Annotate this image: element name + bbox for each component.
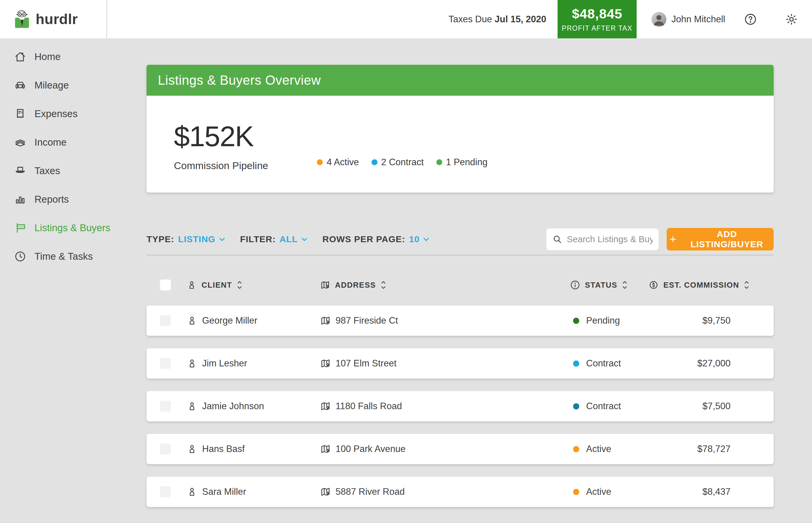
address-text: 107 Elm Street [336, 358, 396, 369]
address-text: 987 Fireside Ct [336, 315, 398, 326]
sidebar-item-time-tasks[interactable]: Time & Tasks [0, 242, 107, 271]
row-checkbox[interactable] [160, 358, 171, 369]
map-pin-icon [320, 315, 331, 326]
person-icon [186, 401, 198, 412]
sidebar-item-taxes[interactable]: Taxes [0, 157, 107, 185]
client-cell: Hans Basf [186, 444, 245, 455]
add-listing-buyer-button[interactable]: ADD LISTING/BUYER [667, 228, 774, 251]
brand-logo[interactable]: hurdlr [0, 0, 107, 38]
address-cell: 5887 River Road [320, 486, 405, 498]
status-dot [573, 403, 579, 410]
profit-amount: $48,845 [572, 6, 622, 22]
type-filter-value: LISTING [178, 234, 215, 244]
sidebar-nav: Home Mileage $ Expenses Income Taxes Rep… [0, 42, 107, 271]
status-dot [573, 318, 579, 324]
rows-per-page-dropdown[interactable]: 10 [409, 234, 430, 244]
map-pin-icon [320, 279, 330, 290]
bar-chart-icon [14, 193, 26, 206]
chevron-down-icon [218, 235, 226, 244]
add-listing-buyer-label: ADD LISTING/BUYER [682, 229, 772, 249]
profit-label: PROFIT AFTER TAX [562, 24, 632, 32]
sidebar-item-home[interactable]: Home [0, 42, 107, 71]
profit-after-tax-box[interactable]: $48,845 PROFIT AFTER TAX [558, 0, 637, 38]
type-filter-dropdown[interactable]: LISTING [178, 234, 226, 244]
address-cell: 1180 Falls Road [320, 401, 402, 412]
sort-address-toggle[interactable] [380, 279, 386, 290]
address-text: 1180 Falls Road [336, 401, 402, 412]
status-text: Active [586, 444, 611, 454]
filter-filter-dropdown[interactable]: ALL [279, 234, 308, 244]
search-icon [552, 234, 562, 244]
column-label: EST. COMMISSION [663, 281, 739, 290]
status-dot [573, 360, 579, 367]
sidebar-item-expenses[interactable]: $ Expenses [0, 100, 107, 128]
app-root: hurdlr Taxes Due Jul 15, 2020 $48,845 PR… [0, 0, 812, 523]
rows-per-page-filter: ROWS PER PAGE: 10 [323, 234, 430, 244]
sidebar-item-label: Expenses [35, 108, 77, 120]
table-row[interactable]: Jim Lesher 107 Elm Street Contract $27,0… [146, 348, 774, 379]
column-header-est-commission: EST. COMMISSION [648, 279, 750, 290]
table-row[interactable]: Hans Basf 100 Park Avenue Active $78,727 [146, 434, 774, 464]
status-cell: Pending [573, 315, 620, 326]
status-text: Active [586, 486, 611, 497]
status-cell: Active [573, 486, 611, 497]
row-checkbox[interactable] [160, 444, 171, 455]
row-checkbox[interactable] [160, 315, 171, 326]
avatar [651, 12, 666, 27]
legend-dot [436, 159, 442, 165]
search-input[interactable] [566, 234, 653, 245]
table-row[interactable]: Jamie Johnson 1180 Falls Road Contract $… [146, 391, 774, 421]
address-cell: 987 Fireside Ct [320, 315, 398, 326]
home-icon [14, 51, 26, 63]
legend-label: 4 Active [327, 157, 359, 168]
car-icon [14, 79, 26, 92]
legend-dot [317, 159, 323, 165]
pipeline-legend: 4 Active 2 Contract 1 Pending [317, 157, 746, 168]
est-commission-value: $7,500 [702, 401, 730, 412]
person-icon [186, 315, 198, 326]
select-all-checkbox[interactable] [160, 279, 171, 291]
plus-icon [668, 234, 678, 244]
est-commission-cell: $7,500 [702, 401, 730, 412]
row-checkbox[interactable] [160, 486, 171, 498]
taxes-due-date: Jul 15, 2020 [494, 14, 546, 24]
svg-text:SALE: SALE [18, 226, 25, 228]
legend-item: 4 Active [317, 157, 359, 168]
taxes-due-label: Taxes Due [449, 14, 492, 24]
sort-est-commission-toggle[interactable] [744, 279, 750, 290]
est-commission-value: $27,000 [697, 358, 730, 369]
cash-icon [14, 136, 26, 149]
toolbar: TYPE: LISTING FILTER: ALL ROWS PER PAGE:… [146, 228, 774, 251]
table-row[interactable]: George Miller 987 Fireside Ct Pending $9… [146, 306, 774, 336]
sort-client-toggle[interactable] [237, 279, 242, 290]
sidebar-item-mileage[interactable]: Mileage [0, 71, 107, 100]
table-rows: George Miller 987 Fireside Ct Pending $9… [146, 306, 774, 507]
sort-status-toggle[interactable] [622, 279, 628, 290]
receipt-icon: $ [14, 108, 26, 120]
client-name: George Miller [202, 315, 257, 326]
status-dot [573, 489, 579, 495]
gear-icon[interactable] [784, 13, 798, 26]
overview-card: Listings & Buyers Overview $152K Commiss… [146, 65, 774, 193]
status-text: Contract [586, 401, 621, 412]
row-checkbox[interactable] [160, 401, 171, 412]
user-menu[interactable]: John Mitchell [651, 12, 725, 27]
address-cell: 107 Elm Street [320, 358, 396, 369]
column-label: STATUS [585, 281, 617, 290]
help-icon[interactable] [744, 13, 757, 26]
coin-icon [648, 279, 659, 290]
overview-card-body: $152K Commission Pipeline 4 Active 2 Con… [146, 96, 774, 193]
map-pin-icon [320, 358, 331, 369]
sidebar-item-reports[interactable]: Reports [0, 185, 107, 214]
status-text: Contract [586, 358, 621, 369]
table-row[interactable]: Sara Miller 5887 River Road Active $8,43… [146, 477, 774, 507]
filter-filter-label: FILTER: [240, 234, 276, 244]
sidebar-item-listings-buyers[interactable]: SALE Listings & Buyers [0, 214, 107, 242]
topbar: hurdlr Taxes Due Jul 15, 2020 $48,845 PR… [0, 0, 812, 38]
sidebar-item-label: Mileage [35, 79, 69, 91]
client-cell: Jim Lesher [186, 358, 247, 369]
status-cell: Contract [573, 401, 621, 412]
sidebar-item-label: Taxes [35, 165, 60, 177]
sidebar-item-income[interactable]: Income [0, 128, 107, 157]
pipeline-stacked-bar [317, 116, 746, 147]
